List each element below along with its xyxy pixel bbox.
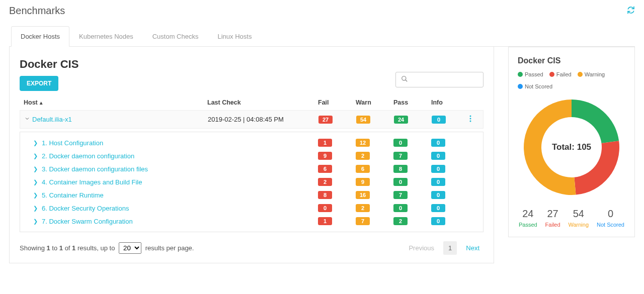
col-pass[interactable]: Pass [393, 99, 431, 106]
pass-badge: 0 [393, 139, 408, 147]
section-label: 7. Docker Swarm Configuration [42, 218, 133, 225]
pagination-summary: Showing 1 to 1 of 1 results, up to 20 re… [20, 242, 194, 254]
chevron-right-icon: ❯ [33, 192, 38, 199]
section-row[interactable]: ❯7. Docker Swarm Configuration1720 [22, 215, 481, 228]
fail-badge: 1 [318, 139, 332, 147]
svg-point-2 [470, 116, 471, 117]
fail-badge: 8 [318, 191, 332, 199]
table-header: Host▲ Last Check Fail Warn Pass Info [20, 94, 484, 110]
section-row[interactable]: ❯2. Docker daemon configuration9270 [22, 149, 481, 162]
chevron-down-icon [24, 116, 30, 123]
fail-badge: 1 [318, 217, 332, 225]
stat-passed: 24 [519, 208, 537, 220]
chevron-right-icon: ❯ [33, 140, 38, 146]
search-input[interactable] [412, 76, 478, 83]
pass-badge: 7 [393, 191, 408, 199]
info-badge: 0 [432, 116, 446, 124]
section-label: 4. Container Images and Build File [42, 178, 142, 186]
info-badge: 0 [431, 165, 445, 173]
summary-title: Docker CIS [518, 56, 625, 65]
tab-linux-hosts[interactable]: Linux Hosts [208, 26, 261, 47]
section-row[interactable]: ❯5. Container Runtime81670 [22, 188, 481, 202]
sort-asc-icon: ▲ [39, 100, 44, 106]
pass-badge: 24 [394, 116, 408, 124]
fail-badge: 0 [318, 204, 332, 212]
main-panel: Docker CIS EXPORT Host▲ Last Check Fail … [9, 47, 494, 263]
warn-badge: 2 [356, 152, 370, 160]
warn-badge: 12 [356, 139, 370, 147]
tab-kubernetes-nodes[interactable]: Kubernetes Nodes [69, 26, 143, 47]
dot-passed-icon [518, 72, 523, 77]
info-badge: 0 [431, 217, 445, 225]
col-fail[interactable]: Fail [318, 99, 356, 106]
svg-point-0 [402, 76, 406, 80]
pass-badge: 8 [393, 165, 408, 173]
section-label: 3. Docker daemon configuration files [42, 165, 148, 173]
per-page-select[interactable]: 20 [119, 242, 141, 254]
dot-failed-icon [549, 72, 554, 77]
section-row[interactable]: ❯3. Docker daemon configuration files668… [22, 162, 481, 175]
search-input-wrap[interactable] [395, 72, 484, 87]
pass-badge: 0 [393, 178, 408, 186]
pass-badge: 2 [393, 217, 408, 225]
host-row[interactable]: Default.ilia-x1 2019-02-25 | 04:08:45 PM… [20, 110, 484, 129]
warn-badge: 16 [356, 191, 370, 199]
section-row[interactable]: ❯6. Docker Security Operations0200 [22, 202, 481, 215]
legend: Passed Failed Warning Not Scored [518, 71, 625, 89]
section-row[interactable]: ❯4. Container Images and Build File2900 [22, 175, 481, 188]
pass-badge: 0 [393, 204, 408, 212]
refresh-icon[interactable] [627, 6, 635, 16]
info-badge: 0 [431, 152, 445, 160]
fail-badge: 2 [318, 178, 332, 186]
summary-card: Docker CIS Passed Failed Warning Not Sco… [508, 47, 635, 237]
tabs: Docker Hosts Kubernetes Nodes Custom Che… [9, 26, 635, 47]
info-badge: 0 [431, 178, 445, 186]
svg-line-1 [406, 80, 408, 82]
info-badge: 0 [431, 139, 445, 147]
col-info[interactable]: Info [431, 99, 469, 106]
stat-failed: 27 [545, 208, 560, 220]
col-last-check[interactable]: Last Check [207, 99, 318, 106]
section-label: 1. Host Configuration [42, 139, 103, 147]
fail-badge: 6 [318, 165, 332, 173]
donut-chart: Total: 105 [519, 94, 624, 200]
col-host[interactable]: Host▲ [24, 99, 207, 106]
tab-docker-hosts[interactable]: Docker Hosts [11, 26, 69, 47]
pagination: Showing 1 to 1 of 1 results, up to 20 re… [20, 241, 484, 255]
stat-notscored: 0 [597, 208, 624, 220]
section-label: 5. Container Runtime [42, 191, 104, 199]
warn-badge: 7 [356, 217, 370, 225]
svg-point-4 [470, 121, 471, 122]
pass-badge: 7 [393, 152, 408, 160]
section-label: 6. Docker Security Operations [42, 205, 129, 212]
info-badge: 0 [431, 204, 445, 212]
chevron-right-icon: ❯ [33, 153, 38, 159]
host-name[interactable]: Default.ilia-x1 [32, 116, 72, 123]
donut-total: Total: 105 [519, 94, 624, 200]
warn-badge: 9 [356, 178, 370, 186]
info-badge: 0 [431, 191, 445, 199]
fail-badge: 9 [318, 152, 332, 160]
warn-badge: 6 [356, 165, 370, 173]
chevron-right-icon: ❯ [33, 179, 38, 185]
col-warn[interactable]: Warn [356, 99, 393, 106]
next-button[interactable]: Next [462, 241, 484, 255]
search-icon [401, 75, 408, 84]
dot-notscored-icon [518, 84, 523, 89]
tab-custom-checks[interactable]: Custom Checks [143, 26, 208, 47]
fail-badge: 27 [318, 116, 333, 124]
warn-badge: 54 [356, 116, 370, 124]
section-label: 2. Docker daemon configuration [42, 152, 134, 160]
prev-button[interactable]: Previous [405, 241, 438, 255]
row-menu-icon[interactable] [469, 115, 477, 124]
sections-list: ❯1. Host Configuration11200❯2. Docker da… [20, 132, 484, 232]
page-title: Benchmarks [9, 5, 65, 17]
chevron-right-icon: ❯ [33, 166, 38, 172]
chevron-right-icon: ❯ [33, 205, 38, 212]
stat-warning: 54 [568, 208, 589, 220]
export-button[interactable]: EXPORT [20, 76, 58, 91]
section-row[interactable]: ❯1. Host Configuration11200 [22, 136, 481, 149]
svg-point-3 [470, 118, 471, 120]
chevron-right-icon: ❯ [33, 218, 38, 225]
page-number[interactable]: 1 [443, 241, 457, 255]
